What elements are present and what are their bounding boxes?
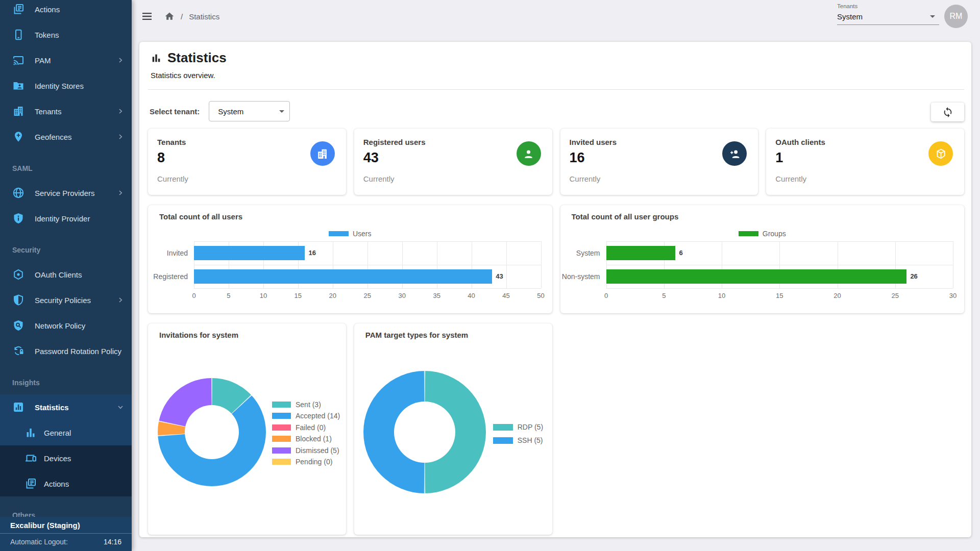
sidebar-item-tenants[interactable]: Tenants [0,98,132,124]
chevron-down-icon [930,15,935,18]
x-tick-label: 5 [662,292,666,299]
sidebar-item-password-rotation-policy[interactable]: Password Rotation Policy [0,338,132,364]
tenants-select[interactable]: Tenants System [837,3,939,25]
sidebar-item-label: Security Policies [35,296,117,305]
legend-swatch [493,424,513,431]
analytics-icon [12,401,24,413]
x-tick-label: 25 [364,292,371,299]
legend-swatch [272,447,291,454]
bar-chart-icon [24,427,37,439]
sidebar-item-statistics[interactable]: Statistics [0,394,132,420]
stat-card-tenants: Tenants8Currently [148,129,346,195]
x-tick-label: 0 [604,292,608,299]
sidebar-item-geofences[interactable]: Geofences [0,124,132,149]
stat-card-caption: Currently [157,174,188,183]
chart-card-total-count-of-all-users: Total count of all usersUsers05101520253… [148,205,552,313]
avatar[interactable]: RM [944,5,968,28]
x-tick-label: 50 [537,292,544,299]
gridline [194,241,541,242]
chart-title: Total count of all users [159,212,242,221]
gridline [194,265,541,265]
gridline [541,241,542,288]
sync-lock-icon [12,345,24,357]
bar [194,246,305,260]
sidebar-item-service-providers[interactable]: Service Providers [0,180,132,206]
legend-item-dismissed[interactable]: Dismissed (5) [272,446,339,455]
plot-area: 05101520253035404550Invited16Registered4… [194,241,541,288]
bar-value-label: 6 [679,246,682,260]
legend-item-ssh[interactable]: SSH (5) [493,436,543,444]
legend-label: Blocked (1) [296,435,332,443]
sidebar-nav: ActionsTokensPAMIdentity StoresTenantsGe… [0,0,132,527]
x-tick-label: 30 [398,292,405,299]
stat-card-label: Invited users [570,138,617,146]
legend-item-failed[interactable]: Failed (0) [272,423,326,432]
tenants-select-value: System [837,12,863,21]
chart-legend[interactable]: Users [148,230,552,238]
legend-item-pending[interactable]: Pending (0) [272,458,332,466]
sidebar-item-label: Actions [44,480,124,488]
chart-legend[interactable]: Groups [560,230,965,238]
auto-logout-time: 14:16 [104,538,121,546]
sidebar-item-label: Identity Provider [35,214,124,223]
chart-title: Total count of all user groups [572,212,679,221]
chart-title: Invitations for system [159,331,238,339]
sidebar-footer: Excalibur (Staging) Automatic Logout: 14… [0,517,132,551]
chevron-right-icon [117,134,124,140]
chart-card-total-count-of-all-user-groups: Total count of all user groupsGroups0510… [560,205,965,313]
tenant-dropdown[interactable]: System [209,101,290,121]
sidebar-item-label: Network Policy [35,321,124,330]
sidebar-item-identity-provider[interactable]: Identity Provider [0,206,132,231]
legend-item-rdp[interactable]: RDP (5) [493,423,543,431]
devices-icon [24,452,37,464]
bar-value-label: 43 [496,269,503,284]
legend-item-accepted[interactable]: Accepted (14) [272,412,340,420]
gridline [953,241,953,288]
shield-half-icon [12,294,24,306]
legend-swatch [272,459,291,465]
menu-toggle-icon[interactable] [141,10,153,22]
tenant-dropdown-value: System [218,107,243,116]
sidebar-item-pam[interactable]: PAM [0,47,132,73]
gridline [606,241,953,242]
divider [148,89,964,90]
legend-item-blocked[interactable]: Blocked (1) [272,435,332,443]
stat-card-value: 43 [363,150,379,166]
x-tick-label: 20 [834,292,841,299]
donut-hole [394,402,455,463]
stat-card-oauth-clients: OAuth clients1Currently [766,129,964,195]
chevron-down-icon [279,110,284,113]
refresh-button[interactable] [931,103,964,121]
sidebar-item-oauth-clients[interactable]: OAuth Clients [0,262,132,287]
bar-chart-icon [151,53,162,64]
smartphone-icon [12,29,24,41]
bar [606,246,676,260]
stat-card-invited-users: Invited users16Currently [560,129,758,195]
sidebar-item-actions[interactable]: Actions [0,0,132,22]
home-icon[interactable] [164,11,175,21]
legend-item-sent[interactable]: Sent (3) [272,400,321,409]
cube-icon [928,141,953,166]
sidebar-section-insights: Insights [0,364,132,394]
statistics-panel: Statistics Statistics overview. Select t… [139,42,971,537]
sidebar-item-general[interactable]: General [0,420,132,445]
legend-label: Groups [763,230,786,238]
cast-icon [12,54,24,66]
sidebar-item-security-policies[interactable]: Security Policies [0,287,132,313]
sidebar-item-actions[interactable]: Actions [0,471,132,496]
donut-chart [363,371,486,493]
sidebar-item-tokens[interactable]: Tokens [0,22,132,47]
legend-swatch [493,437,513,444]
sidebar-item-devices[interactable]: Devices [0,445,132,471]
sidebar-item-identity-stores[interactable]: Identity Stores [0,73,132,98]
select-tenant-label: Select tenant: [150,107,200,116]
tenants-select-underline [837,24,939,25]
x-tick-label: 20 [329,292,336,299]
sidebar-section-security: Security [0,231,132,262]
stat-card-value: 16 [570,150,585,166]
gridline [606,288,953,289]
chevron-right-icon [117,297,124,303]
stat-card-label: OAuth clients [775,138,825,146]
sidebar-item-network-policy[interactable]: Network Policy [0,313,132,338]
breadcrumb: / Statistics [164,11,219,21]
